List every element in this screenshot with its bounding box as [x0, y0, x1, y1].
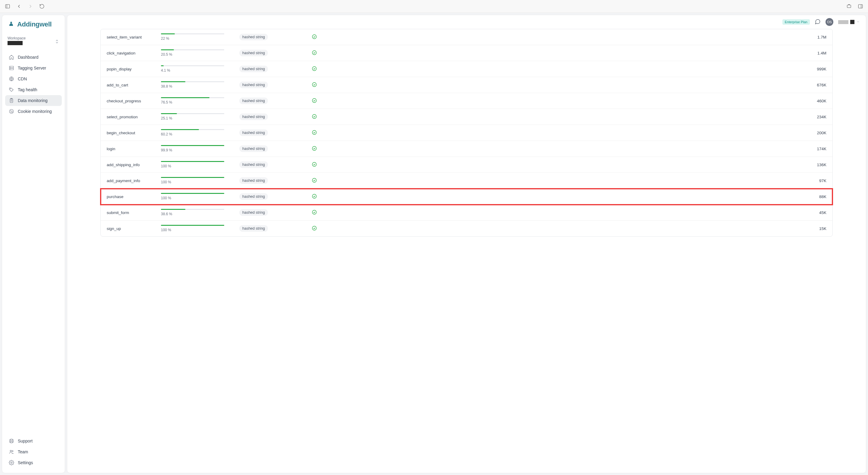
svg-point-6	[10, 22, 10, 23]
events-table: select_item_variant22 %hashed string1.7M…	[100, 29, 833, 237]
progress-cell: 20.5 %	[161, 49, 239, 57]
svg-point-24	[10, 440, 12, 442]
type-cell: hashed string	[239, 129, 312, 136]
type-cell: hashed string	[239, 225, 312, 232]
event-name: popin_display	[107, 67, 161, 71]
svg-point-46	[312, 210, 316, 214]
check-circle-icon	[312, 83, 317, 88]
check-circle-icon	[312, 115, 317, 120]
chat-icon[interactable]	[815, 19, 821, 26]
svg-rect-2	[847, 5, 851, 8]
table-row[interactable]: submit_form38.6 %hashed string45K	[101, 205, 832, 220]
progress-cell: 100 %	[161, 193, 239, 200]
status-cell	[312, 34, 354, 40]
avatar[interactable]: OS	[826, 18, 833, 26]
table-row[interactable]: popin_display4.1 %hashed string999K	[101, 61, 832, 77]
settings-icon	[9, 460, 14, 465]
sidebar-item-settings[interactable]: Settings	[5, 457, 62, 468]
table-row[interactable]: sign_up100 %hashed string15K	[101, 220, 832, 236]
table-row[interactable]: select_item_variant22 %hashed string1.7M	[101, 29, 832, 45]
plan-badge: Enterprise Plan	[782, 19, 810, 25]
check-circle-icon	[312, 227, 317, 232]
progress-cell: 100 %	[161, 225, 239, 232]
chevron-updown-icon	[55, 39, 59, 45]
progress-cell: 25.1 %	[161, 113, 239, 121]
table-row[interactable]: login99.9 %hashed string174K	[101, 141, 832, 157]
check-circle-icon	[312, 179, 317, 184]
brand-logo[interactable]: Addingwell	[2, 19, 65, 34]
sidebar-item-cdn[interactable]: CDN	[5, 73, 62, 84]
sidebar-item-team[interactable]: Team	[5, 446, 62, 457]
type-badge: hashed string	[239, 113, 268, 120]
svg-line-26	[12, 442, 13, 442]
table-row[interactable]: click_navigation20.5 %hashed string1.4M	[101, 45, 832, 61]
sidebar-item-support[interactable]: Support	[5, 436, 62, 446]
svg-point-30	[12, 451, 13, 452]
count-value: 234K	[354, 115, 827, 119]
workspace-label: Workspace	[7, 36, 59, 40]
org-selector[interactable]	[838, 20, 860, 24]
svg-point-19	[10, 110, 11, 111]
svg-point-40	[312, 114, 316, 118]
progress-cell: 4.1 %	[161, 65, 239, 72]
svg-point-39	[312, 98, 316, 103]
table-row[interactable]: purchase100 %hashed string88K	[101, 189, 832, 205]
svg-line-25	[10, 439, 11, 440]
count-value: 174K	[354, 146, 827, 151]
nav-label: Tagging Server	[18, 66, 46, 70]
sidebar-item-tagging-server[interactable]: Tagging Server	[5, 63, 62, 73]
count-value: 200K	[354, 131, 827, 135]
org-color-swatch	[850, 20, 855, 24]
reload-icon[interactable]	[39, 4, 44, 9]
nav-label: Support	[18, 439, 33, 443]
type-badge: hashed string	[239, 193, 268, 200]
back-icon[interactable]	[16, 4, 22, 9]
users-icon	[9, 449, 14, 454]
table-row[interactable]: add_shipping_info100 %hashed string136K	[101, 157, 832, 173]
svg-point-22	[12, 112, 13, 112]
sidebar-item-dashboard[interactable]: Dashboard	[5, 52, 62, 63]
forward-icon	[28, 4, 33, 9]
sidebar-toggle-icon[interactable]	[5, 4, 10, 9]
type-cell: hashed string	[239, 113, 312, 120]
content-scroll[interactable]: select_item_variant22 %hashed string1.7M…	[67, 29, 866, 473]
type-badge: hashed string	[239, 145, 268, 152]
life-buoy-icon	[9, 438, 14, 444]
check-circle-icon	[312, 211, 317, 216]
type-cell: hashed string	[239, 81, 312, 88]
nav-footer: SupportTeamSettings	[2, 434, 65, 469]
table-row[interactable]: checkout_progress76.5 %hashed string460K	[101, 93, 832, 109]
home-icon	[9, 55, 14, 60]
check-circle-icon	[312, 67, 317, 72]
share-icon[interactable]	[846, 4, 852, 9]
svg-line-28	[12, 439, 13, 440]
table-row[interactable]: add_to_cart38.8 %hashed string676K	[101, 77, 832, 93]
type-badge: hashed string	[239, 66, 268, 72]
svg-point-37	[312, 67, 316, 71]
nav-label: Team	[18, 449, 28, 454]
sidebar-item-cookie-monitoring[interactable]: Cookie monitoring	[5, 106, 62, 117]
count-value: 45K	[354, 210, 827, 215]
type-badge: hashed string	[239, 81, 268, 88]
check-circle-icon	[312, 147, 317, 152]
sidebar-item-tag-health[interactable]: Tag health	[5, 84, 62, 95]
status-cell	[312, 146, 354, 152]
status-cell	[312, 114, 354, 120]
type-badge: hashed string	[239, 50, 268, 56]
status-cell	[312, 130, 354, 136]
tabs-icon[interactable]	[858, 4, 863, 9]
type-cell: hashed string	[239, 66, 312, 72]
table-row[interactable]: select_promotion25.1 %hashed string234K	[101, 109, 832, 125]
event-name: begin_checkout	[107, 131, 161, 135]
table-row[interactable]: add_payment_info100 %hashed string97K	[101, 173, 832, 189]
workspace-selector[interactable]: Workspace	[2, 34, 65, 50]
type-badge: hashed string	[239, 209, 268, 216]
type-cell: hashed string	[239, 98, 312, 104]
svg-point-18	[9, 109, 13, 113]
svg-point-5	[10, 22, 12, 24]
type-cell: hashed string	[239, 145, 312, 152]
table-row[interactable]: begin_checkout60.2 %hashed string200K	[101, 125, 832, 141]
brand-name: Addingwell	[17, 21, 52, 28]
type-badge: hashed string	[239, 129, 268, 136]
sidebar-item-data-monitoring[interactable]: Data monitoring	[5, 95, 62, 106]
